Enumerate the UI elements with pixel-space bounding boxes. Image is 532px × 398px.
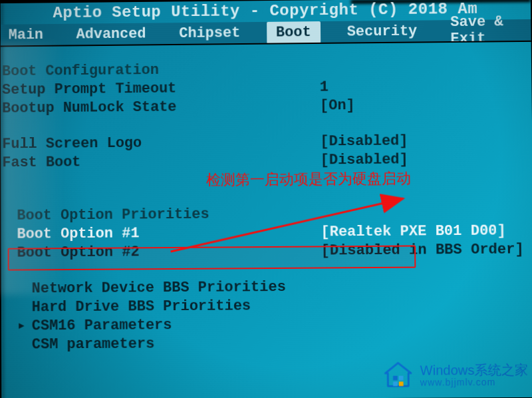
- tab-advanced[interactable]: Advanced: [70, 24, 153, 44]
- tab-save-exit[interactable]: Save & Exit: [444, 12, 531, 49]
- submenu-network-bbs[interactable]: Network Device BBS Priorities: [32, 278, 286, 298]
- tab-security[interactable]: Security: [340, 21, 424, 41]
- annotation-text: 检测第一启动项是否为硬盘启动: [206, 168, 411, 190]
- submenu-csm[interactable]: CSM parameters: [32, 335, 155, 354]
- submenu-csm16[interactable]: CSM16 Parameters: [32, 316, 172, 335]
- svg-rect-4: [399, 381, 404, 386]
- boot-page: Boot Configuration Setup Prompt Timeout …: [1, 55, 532, 398]
- section-boot-priorities: Boot Option Priorities: [17, 206, 209, 226]
- label-numlock-state[interactable]: Bootup NumLock State: [2, 97, 320, 118]
- value-full-screen-logo[interactable]: [Disabled]: [320, 131, 531, 152]
- svg-rect-1: [393, 376, 398, 381]
- house-icon: [382, 360, 414, 391]
- tab-boot[interactable]: Boot: [267, 21, 321, 44]
- label-boot-option-1[interactable]: Boot Option #1: [17, 223, 321, 244]
- tab-main[interactable]: Main: [2, 25, 50, 45]
- section-boot-config: Boot Configuration: [2, 61, 159, 81]
- watermark-url: www.bjjmlv.com: [420, 377, 529, 388]
- watermark: Windows系统之家 www.bjjmlv.com: [382, 359, 528, 391]
- value-setup-prompt-timeout[interactable]: 1: [320, 77, 531, 97]
- svg-rect-3: [393, 381, 398, 386]
- bios-screen: Aptio Setup Utility - Copyright (C) 2018…: [1, 0, 532, 398]
- caret-right-icon: ▸: [17, 317, 32, 335]
- value-fast-boot[interactable]: [Disabled]: [320, 150, 531, 170]
- value-numlock-state[interactable]: [On]: [320, 95, 531, 116]
- svg-rect-2: [399, 376, 404, 381]
- value-boot-option-1[interactable]: [Realtek PXE B01 D00]: [321, 222, 532, 242]
- submenu-harddrive-bbs[interactable]: Hard Drive BBS Priorities: [32, 297, 251, 317]
- annotation-highlight-box: [8, 245, 416, 270]
- label-full-screen-logo[interactable]: Full Screen Logo: [2, 132, 320, 154]
- tab-chipset[interactable]: Chipset: [172, 23, 247, 43]
- label-setup-prompt-timeout[interactable]: Setup Prompt Timeout: [2, 79, 320, 100]
- watermark-title: Windows系统之家: [420, 363, 529, 378]
